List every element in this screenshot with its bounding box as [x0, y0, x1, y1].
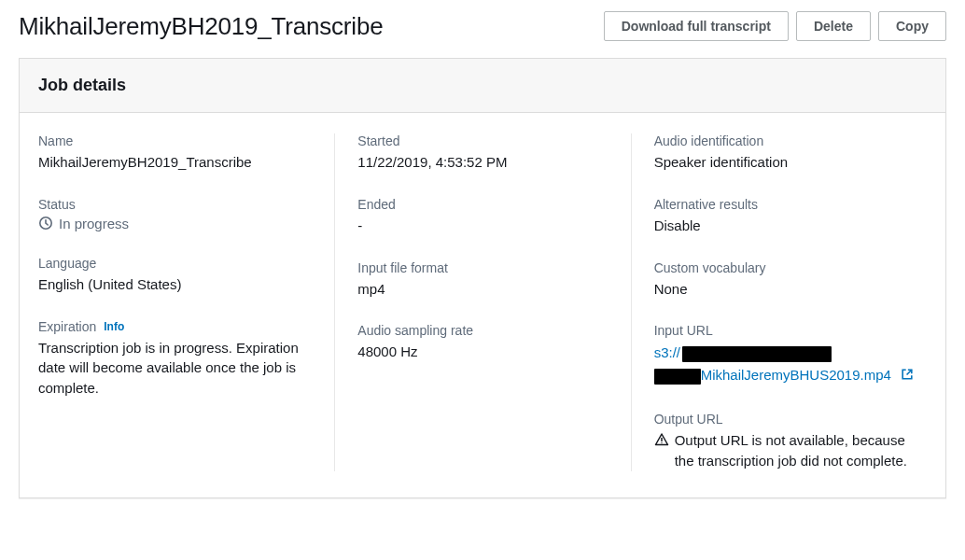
output-url-value: Output URL is not available, because the… [654, 430, 927, 471]
panel-header: Job details [20, 59, 945, 113]
vocab-value: None [654, 279, 927, 300]
svg-point-1 [661, 442, 662, 443]
input-url-label: Input URL [654, 323, 927, 338]
ended-value: - [357, 216, 608, 236]
started-value: 11/22/2019, 4:53:52 PM [357, 152, 608, 173]
panel-title: Job details [38, 76, 927, 95]
status-text: In progress [59, 216, 129, 231]
sampling-value: 48000 Hz [357, 342, 608, 362]
input-url-value[interactable]: s3:// MikhailJeremyBHUS2019.mp4 [654, 342, 927, 387]
copy-button[interactable]: Copy [878, 11, 946, 41]
audio-id-label: Audio identification [654, 133, 927, 148]
alt-results-label: Alternative results [654, 197, 927, 212]
sampling-label: Audio sampling rate [357, 323, 608, 338]
input-url-prefix: s3:// [654, 344, 680, 360]
language-value: English (United States) [38, 274, 312, 295]
job-details-panel: Job details Name MikhailJeremyBH2019_Tra… [19, 58, 946, 498]
page-title: MikhailJeremyBH2019_Transcribe [19, 12, 383, 41]
ended-label: Ended [357, 197, 608, 212]
delete-button[interactable]: Delete [796, 11, 871, 41]
download-button[interactable]: Download full transcript [604, 11, 789, 41]
warning-icon [654, 432, 669, 447]
column-1: Name MikhailJeremyBH2019_Transcribe Stat… [38, 133, 334, 471]
expiration-label: Expiration [38, 319, 96, 334]
status-value: In progress [38, 216, 312, 231]
expiration-label-row: Expiration Info [38, 319, 312, 334]
column-2: Started 11/22/2019, 4:53:52 PM Ended - I… [334, 133, 630, 471]
name-value: MikhailJeremyBH2019_Transcribe [38, 152, 312, 173]
external-link-icon[interactable] [901, 365, 914, 387]
redacted-text [654, 369, 701, 385]
language-label: Language [38, 256, 312, 271]
format-label: Input file format [357, 260, 608, 275]
input-url-file: MikhailJeremyBHUS2019.mp4 [701, 367, 891, 383]
audio-id-value: Speaker identification [654, 152, 927, 173]
name-label: Name [38, 133, 312, 148]
status-label: Status [38, 197, 312, 212]
started-label: Started [357, 133, 608, 148]
output-url-label: Output URL [654, 412, 927, 427]
format-value: mp4 [357, 279, 608, 300]
alt-results-value: Disable [654, 216, 927, 236]
redacted-text [682, 346, 832, 362]
expiration-value: Transcription job is in progress. Expira… [38, 338, 312, 399]
output-url-text: Output URL is not available, because the… [675, 430, 927, 471]
vocab-label: Custom vocabulary [654, 260, 927, 275]
info-link[interactable]: Info [104, 320, 124, 333]
in-progress-icon [38, 216, 53, 231]
action-buttons: Download full transcript Delete Copy [604, 11, 946, 41]
column-3: Audio identification Speaker identificat… [631, 133, 927, 471]
